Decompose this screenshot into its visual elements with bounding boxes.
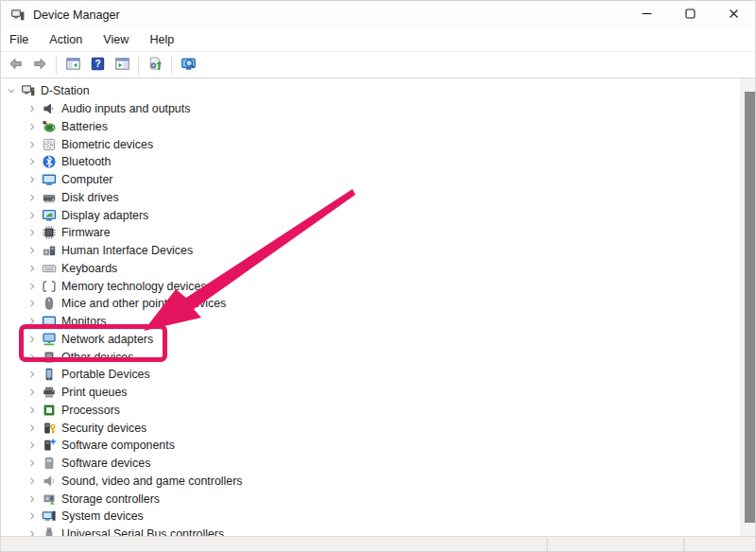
menu-help[interactable]: Help [139,28,184,51]
chevron-right-icon[interactable] [26,226,39,239]
chevron-right-icon[interactable] [26,155,39,168]
vertical-scrollbar[interactable] [740,78,755,536]
tree-item-label: Disk drives [61,191,119,204]
tree-item-software-components[interactable]: Software components [1,437,742,455]
minimize-button[interactable] [625,1,668,28]
tree-item-label: Print queues [61,386,128,399]
menu-view[interactable]: View [93,28,139,51]
scrollbar-thumb[interactable] [745,92,755,523]
chevron-right-icon[interactable] [26,209,39,222]
tree-item-label: Software devices [61,457,150,470]
forward-button[interactable] [28,54,51,77]
tree-item-label: Audio inputs and outputs [61,102,190,115]
menu-action[interactable]: Action [39,28,93,51]
forward-icon [32,56,48,75]
show-console-tree-icon [65,56,81,75]
tree-item-label: Universal Serial Bus controllers [61,527,224,536]
tree-item-network-adapters[interactable]: Network adapters [1,331,742,349]
monitor-icon [42,314,57,329]
tree-item-system-devices[interactable]: System devices [1,508,742,526]
chevron-right-icon[interactable] [26,422,39,435]
tree-item-software-devices[interactable]: Software devices [1,455,742,473]
chevron-right-icon[interactable] [26,102,39,115]
tree-item-security-devices[interactable]: Security devices [1,419,742,437]
device-properties-button[interactable] [177,54,199,77]
chevron-right-icon[interactable] [26,173,39,186]
chevron-right-icon[interactable] [26,244,39,257]
scan-hardware-changes-button[interactable] [144,54,166,77]
tree-item-storage-controllers[interactable]: Storage controllers [1,490,742,508]
help-button[interactable]: ? [86,54,109,77]
tree-item-processors[interactable]: Processors [1,402,742,420]
tree-item-print-queues[interactable]: Print queues [1,384,742,402]
show-action-pane-icon [114,56,130,75]
network-icon [42,332,57,347]
tree-item-firmware[interactable]: Firmware [1,224,742,242]
chevron-right-icon[interactable] [26,297,39,310]
tree-item-universal-serial-bus-controllers[interactable]: Universal Serial Bus controllers [1,526,742,536]
chevron-down-icon[interactable] [5,84,18,97]
tree-item-label: Batteries [61,120,108,133]
battery-icon [42,119,57,134]
tree-item-mice-and-other-pointing-devices[interactable]: Mice and other pointing devices [1,295,742,313]
show-action-pane-button[interactable] [111,54,133,77]
tree-item-biometric-devices[interactable]: Biometric devices [1,135,742,153]
chevron-right-icon[interactable] [26,457,39,470]
chevron-right-icon[interactable] [26,368,39,381]
maximize-icon [684,8,696,23]
system-icon [42,509,57,524]
tree-item-human-interface-devices[interactable]: Human Interface Devices [1,242,742,260]
software-device-icon [42,456,57,471]
chevron-right-icon[interactable] [26,474,39,488]
tree-item-memory-technology-devices[interactable]: Memory technology devices [1,277,742,295]
chevron-right-icon[interactable] [26,280,39,293]
toolbar-separator [171,56,172,75]
menu-file[interactable]: File [1,28,39,51]
show-console-tree-button[interactable] [61,54,84,77]
tree-item-sound-video-and-game-controllers[interactable]: Sound, video and game controllers [1,473,742,491]
svg-text:?: ? [94,59,100,69]
tree-item-label: Storage controllers [61,492,160,506]
chevron-right-icon[interactable] [26,333,39,346]
tree-item-computer[interactable]: Computer [1,171,742,189]
tree-item-label: Portable Devices [61,368,150,381]
chevron-right-icon[interactable] [26,138,39,151]
chevron-right-icon[interactable] [26,492,39,506]
tree-item-monitors[interactable]: Monitors [1,313,742,331]
tree-item-display-adapters[interactable]: Display adapters [1,206,742,224]
hid-icon [42,243,57,258]
tree-item-keyboards[interactable]: Keyboards [1,260,742,278]
back-button[interactable] [4,54,26,77]
chevron-right-icon[interactable] [26,191,39,204]
maximize-button[interactable] [668,1,712,28]
minimize-icon [641,8,653,23]
chevron-right-icon[interactable] [26,315,39,328]
tree-item-label: Network adapters [61,333,153,346]
tree-item-label: Other devices [61,351,133,364]
tree-item-other-devices[interactable]: Other devices [1,348,742,366]
chevron-right-icon[interactable] [26,262,39,275]
tree-item-d-station[interactable]: D-Station [1,82,742,100]
disk-icon [42,190,57,205]
tree-item-batteries[interactable]: Batteries [1,118,742,136]
tree-item-disk-drives[interactable]: Disk drives [1,189,742,207]
chevron-right-icon[interactable] [26,386,39,399]
close-button[interactable] [712,1,755,28]
chevron-right-icon[interactable] [26,120,39,133]
close-icon [728,8,740,23]
tree-item-label: Firmware [61,226,111,239]
bluetooth-icon [42,154,57,169]
bottom-strip [1,536,755,552]
chevron-right-icon[interactable] [26,404,39,417]
chevron-right-icon[interactable] [26,509,39,523]
chevron-right-icon[interactable] [26,527,39,536]
tree-item-bluetooth[interactable]: Bluetooth [1,153,742,171]
caption-buttons [625,1,755,28]
chevron-right-icon[interactable] [26,351,39,364]
chevron-right-icon[interactable] [26,439,39,452]
mouse-icon [42,296,57,311]
tree-item-audio-inputs-and-outputs[interactable]: Audio inputs and outputs [1,100,742,118]
tree-item-label: Sound, video and game controllers [61,474,243,488]
speaker-icon [42,474,57,489]
tree-item-portable-devices[interactable]: Portable Devices [1,366,742,384]
